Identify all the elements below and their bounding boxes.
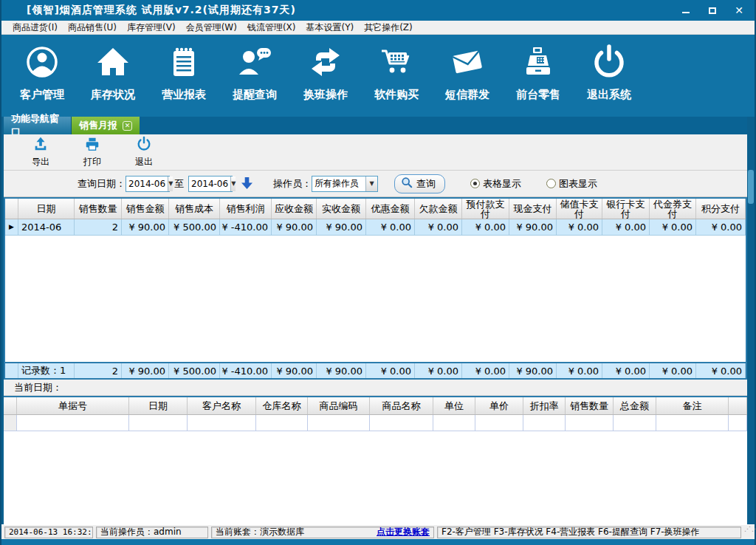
cell-voucher-pay: ¥ 0.00 — [650, 219, 696, 235]
minimize-icon — [682, 12, 690, 13]
purchase-cart-icon — [379, 41, 414, 82]
summary-stored-card-pay: ¥ 0.00 — [557, 363, 602, 378]
date-from-select[interactable]: 2014-06 ▼ — [126, 176, 170, 192]
minimize-button[interactable] — [679, 4, 693, 17]
menu-item-other[interactable]: 其它操作(Z) — [359, 21, 418, 34]
toolbar-inventory-status[interactable]: 库存状况 — [78, 41, 148, 111]
export-button[interactable]: 导出 — [17, 136, 64, 168]
col-header-prepaid-pay: 预付款支付 — [462, 199, 509, 219]
operator-label: 操作员： — [273, 177, 312, 191]
date-from-value: 2014-06 — [126, 179, 168, 189]
toolbar-reminder-query[interactable]: 提醒查询 — [219, 41, 290, 111]
tab-function-navigation[interactable]: 功能导航窗口 — [4, 117, 72, 134]
col-header-filler — [729, 397, 747, 414]
date-to-select[interactable]: 2014-06 ▼ — [188, 176, 233, 192]
menu-item-members[interactable]: 会员管理(W) — [181, 21, 242, 34]
date-to-value: 2014-06 — [189, 179, 230, 189]
col-header-arrears: 欠款金额 — [415, 199, 462, 219]
toolbar-business-report[interactable]: 营业报表 — [148, 41, 219, 111]
menu-item-purchase[interactable]: 商品进货(I) — [7, 21, 63, 34]
report-toolbar: 导出 打印 退出 — [4, 134, 747, 171]
toolbar-label: 客户管理 — [20, 88, 64, 102]
close-button[interactable]: ✕ — [732, 4, 746, 17]
title-bar: [领智]烟酒店管理系统 试用版v7.2(试用期还有37天) ✕ — [1, 0, 755, 21]
cell-points-pay: ¥ 0.00 — [696, 219, 746, 235]
exit-label: 退出 — [135, 156, 153, 168]
col-header-customer-name: 客户名称 — [188, 397, 256, 414]
tab-monthly-sales-report[interactable]: 销售月报 ✕ — [72, 117, 140, 134]
switch-account-link[interactable]: 点击更换账套 — [377, 527, 430, 538]
maximize-button[interactable] — [706, 4, 719, 17]
status-current-operator: 当前操作员：admin — [96, 527, 208, 538]
tab-close-icon[interactable]: ✕ — [123, 121, 132, 131]
toolbar-sms-broadcast[interactable]: 短信群发 — [432, 41, 503, 111]
search-button[interactable]: 查询 — [394, 174, 445, 193]
close-icon: ✕ — [735, 5, 743, 16]
summary-receivable: ¥ 90.00 — [272, 363, 317, 378]
monthly-sales-table: 日期 销售数量 销售金额 销售成本 销售利润 应收金额 实收金额 优惠金额 欠款… — [4, 197, 747, 380]
summary-discount: ¥ 0.00 — [366, 363, 415, 378]
toolbar-label: 营业报表 — [162, 88, 206, 102]
toolbar-label: 换班操作 — [303, 88, 348, 102]
col-header-discount: 优惠金额 — [366, 199, 415, 219]
maximize-icon — [709, 7, 716, 14]
col-header-sales-qty: 销售数量 — [75, 199, 122, 219]
resize-grip-icon[interactable]: ⋰⋰ — [744, 527, 752, 538]
window-title: [领智]烟酒店管理系统 试用版v7.2(试用期还有37天) — [27, 4, 296, 17]
status-current-account: 当前账套：演示数据库 点击更换账套 — [211, 527, 434, 538]
pos-register-icon — [520, 41, 556, 82]
table-row[interactable]: ▶ 2014-06 2 ¥ 90.00 ¥ 500.00 ¥ -410.00 ¥… — [5, 219, 746, 236]
app-window: [领智]烟酒店管理系统 试用版v7.2(试用期还有37天) ✕ 商品进货(I) … — [0, 0, 756, 545]
summary-sales-amount: ¥ 90.00 — [122, 363, 169, 378]
customer-icon — [24, 41, 60, 82]
export-label: 导出 — [32, 156, 49, 168]
tab-bar: 功能导航窗口 销售月报 ✕ — [4, 117, 747, 134]
menu-item-settings[interactable]: 基本设置(Y) — [300, 21, 359, 34]
table-empty-area — [5, 236, 746, 362]
cell-stored-card-pay: ¥ 0.00 — [557, 219, 602, 235]
display-mode-chart-radio[interactable]: 图表显示 — [546, 177, 597, 191]
toolbar-front-desk-retail[interactable]: 前台零售 — [503, 41, 574, 111]
status-bar: 2014-06-13 16:32:11 当前操作员：admin 当前账套：演示数… — [1, 524, 755, 539]
toolbar-software-purchase[interactable]: 软件购买 — [361, 41, 432, 111]
operator-select[interactable]: 所有操作员 ▼ — [312, 176, 378, 192]
col-header-bank-card-pay: 银行卡支付 — [602, 199, 650, 219]
current-row-arrow-icon: ▶ — [9, 224, 14, 230]
summary-sales-qty: 2 — [75, 363, 122, 378]
exit-power-icon — [136, 136, 152, 154]
vertical-scrollbar[interactable] — [747, 117, 755, 524]
report-notepad-icon — [166, 41, 202, 82]
col-header-doc-no: 单据号 — [17, 397, 129, 414]
toolbar-exit-system[interactable]: 退出系统 — [574, 41, 645, 111]
print-button[interactable]: 打印 — [69, 136, 116, 168]
power-icon — [591, 41, 627, 82]
current-date-label: 当前日期： — [14, 381, 62, 394]
display-mode-table-radio[interactable]: 表格显示 — [470, 177, 521, 191]
exit-button[interactable]: 退出 — [120, 136, 168, 168]
detail-empty-row[interactable] — [4, 415, 747, 431]
cell-sales-amount: ¥ 90.00 — [122, 219, 169, 235]
col-header-sales-cost: 销售成本 — [169, 199, 220, 219]
menu-item-sales[interactable]: 商品销售(U) — [63, 21, 122, 34]
chevron-down-icon: ▼ — [230, 176, 236, 191]
search-icon — [401, 176, 413, 191]
toolbar-label: 软件购买 — [374, 88, 419, 102]
radio-chart-label: 图表显示 — [559, 177, 597, 191]
cell-sales-cost: ¥ 500.00 — [169, 219, 220, 235]
export-icon — [32, 136, 49, 154]
toolbar-shift-change[interactable]: 换班操作 — [290, 41, 361, 111]
toolbar-label: 退出系统 — [587, 88, 631, 102]
menu-item-cashflow[interactable]: 钱流管理(X) — [242, 21, 301, 34]
menu-item-inventory[interactable]: 库存管理(V) — [122, 21, 181, 34]
blue-down-arrow-icon[interactable] — [241, 177, 252, 190]
radio-selected-icon — [470, 179, 480, 188]
toolbar-customer-management[interactable]: 客户管理 — [7, 41, 78, 111]
scrollbar-thumb[interactable] — [748, 170, 754, 204]
status-datetime: 2014-06-13 16:32:11 — [4, 527, 93, 538]
row-selector-cell: ▶ — [5, 219, 18, 235]
cell-bank-card-pay: ¥ 0.00 — [602, 219, 650, 235]
col-header-points-pay: 积分支付 — [696, 199, 746, 219]
col-header-stored-card-pay: 储值卡支付 — [557, 199, 602, 219]
toolbar-label: 提醒查询 — [233, 88, 277, 102]
sms-envelope-icon — [450, 41, 485, 82]
